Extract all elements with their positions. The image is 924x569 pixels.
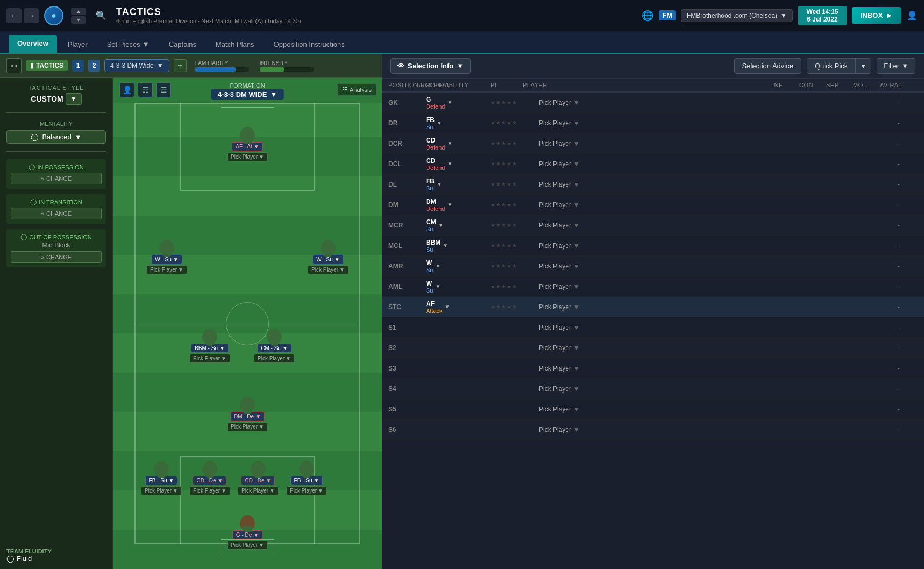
club-name: FMBrotherhood .com (Chelsea) — [687, 12, 777, 19]
pick-player-mcr-button[interactable]: Pick Player ▼ — [254, 354, 295, 363]
chevron-down-icon: ▼ — [335, 257, 340, 262]
pick-player-amr-button[interactable]: Pick Player ▼ — [308, 265, 349, 274]
forward-button[interactable]: → — [24, 8, 39, 23]
tactical-style-dropdown[interactable]: ▼ — [66, 93, 82, 105]
pick-dropdown-s3[interactable]: ▼ — [573, 365, 580, 372]
page-title: TACTICS — [116, 6, 301, 18]
back-button[interactable]: ← — [6, 8, 22, 23]
out-of-possession-change-button[interactable]: » CHANGE — [11, 251, 102, 263]
pick-player-dr-button[interactable]: Pick Player ▼ — [286, 486, 327, 495]
tab-set-pieces[interactable]: Set Pieces ▼ — [98, 36, 158, 53]
role-dropdown-gk[interactable]: ▼ — [447, 99, 452, 105]
pitch: 👤 ☶ ☰ FORMATION 4-3-3 DM WIDE ▼ ☷ Analys… — [113, 78, 382, 569]
collapse-button[interactable]: «« — [6, 58, 22, 73]
pick-cell-amr: Pick Player ▼ — [539, 262, 772, 270]
tab-overview[interactable]: Overview — [9, 35, 57, 53]
pick-dropdown-dr[interactable]: ▼ — [573, 119, 580, 127]
circle-icon: ◯ — [29, 163, 35, 170]
pick-dropdown-mcl[interactable]: ▼ — [573, 242, 580, 250]
pick-dropdown-dm[interactable]: ▼ — [573, 201, 580, 209]
pick-cell-s1: Pick Player ▼ — [539, 324, 772, 331]
pick-dropdown-mcr[interactable]: ▼ — [573, 222, 580, 229]
pick-cell-gk: Pick Player ▼ — [539, 99, 772, 106]
role-dropdown-mcr[interactable]: ▼ — [438, 222, 444, 228]
filter-button[interactable]: Filter ▼ — [877, 59, 915, 73]
pick-dropdown-amr[interactable]: ▼ — [573, 262, 580, 270]
table-row-dcr: DCR CD Defend ▼ ★★★★★ Pick Player ▼ — [382, 133, 924, 154]
pick-dropdown-s2[interactable]: ▼ — [573, 344, 580, 352]
player-figure-icon — [240, 127, 255, 142]
role-dropdown-dm[interactable]: ▼ — [447, 202, 452, 208]
pick-dropdown-aml[interactable]: ▼ — [573, 283, 580, 290]
player-token-dcr: CD - De ▼ Pick Player ▼ — [238, 461, 279, 495]
down-button[interactable]: ▼ — [71, 16, 86, 24]
role-dropdown-aml[interactable]: ▼ — [435, 283, 440, 289]
role-dropdown-dcl[interactable]: ▼ — [447, 161, 452, 167]
familiarity-block: FAMILIARITY — [195, 60, 249, 72]
quick-pick-button[interactable]: Quick Pick — [807, 59, 855, 73]
pick-dropdown-gk[interactable]: ▼ — [573, 99, 580, 106]
search-button[interactable]: 🔍 — [96, 10, 106, 20]
formation-value-selector[interactable]: 4-3-3 DM WIDE ▼ — [211, 89, 284, 100]
table-row-mcr: MCR CM Su ▼ ★★★★★ Pick Player ▼ - — [382, 215, 924, 236]
role-dropdown-dl[interactable]: ▼ — [437, 181, 442, 187]
role-dropdown-dcr[interactable]: ▼ — [447, 140, 452, 146]
inbox-button[interactable]: INBOX ► — [852, 7, 901, 24]
formation-label: FORMATION — [211, 82, 284, 89]
pick-player-gk-button[interactable]: Pick Player ▼ — [227, 540, 268, 550]
tab-opposition-instructions[interactable]: Opposition Instructions — [265, 36, 353, 53]
tab-player[interactable]: Player — [59, 36, 96, 53]
tactic-1-button[interactable]: 1 — [72, 60, 84, 72]
app-logo: ● — [44, 6, 63, 25]
selection-info-button[interactable]: 👁 Selection Info ▼ — [390, 58, 471, 74]
pick-player-mcl-button[interactable]: Pick Player ▼ — [189, 354, 230, 363]
selection-advice-button[interactable]: Selection Advice — [734, 58, 801, 74]
pick-dropdown-s5[interactable]: ▼ — [573, 406, 580, 413]
intensity-block: INTENSITY — [260, 60, 314, 72]
in-transition-section: ◯ IN TRANSITION » CHANGE — [6, 194, 106, 224]
formation-selector[interactable]: 4-3-3 DM Wide ▼ — [104, 59, 169, 72]
pick-cell-dm: Pick Player ▼ — [539, 201, 772, 209]
role-dropdown-stc[interactable]: ▼ — [445, 304, 450, 310]
player-view-button[interactable]: 👤 — [119, 82, 134, 97]
circle-icon: ◯ — [30, 198, 37, 205]
pitch-icons-row: 👤 ☶ ☰ — [119, 82, 171, 97]
instructions-view-button[interactable]: ☰ — [156, 82, 171, 97]
pick-dropdown-stc[interactable]: ▼ — [573, 303, 580, 311]
player-figure-icon — [251, 461, 266, 476]
date-line2: 6 Jul 2022 — [805, 16, 840, 23]
role-dropdown-dr[interactable]: ▼ — [437, 120, 442, 126]
club-selector[interactable]: FMBrotherhood .com (Chelsea) ▼ — [681, 9, 793, 22]
pick-cell-dcr: Pick Player ▼ — [539, 140, 772, 147]
pick-player-dcl-button[interactable]: Pick Player ▼ — [189, 486, 230, 495]
pick-dropdown-s1[interactable]: ▼ — [573, 324, 580, 331]
role-dropdown-amr[interactable]: ▼ — [435, 263, 440, 269]
pick-player-dcr-button[interactable]: Pick Player ▼ — [238, 486, 279, 495]
pick-dropdown-dcr[interactable]: ▼ — [573, 140, 580, 147]
selection-info-label: Selection Info — [408, 62, 453, 70]
pick-player-stc-button[interactable]: Pick Player ▼ — [227, 152, 268, 161]
pick-player-aml-button[interactable]: Pick Player ▼ — [146, 265, 187, 274]
in-transition-change-button[interactable]: » CHANGE — [11, 208, 102, 219]
role-dropdown-mcl[interactable]: ▼ — [443, 243, 448, 248]
add-tactic-button[interactable]: + — [174, 59, 187, 72]
col-role-ability: ROLE ABILITY — [426, 82, 491, 88]
pick-player-dm-button[interactable]: Pick Player ▼ — [227, 422, 268, 431]
quick-pick-dropdown-button[interactable]: ▼ — [856, 59, 871, 73]
up-button[interactable]: ▲ — [71, 8, 86, 15]
mentality-selector[interactable]: ◯ Balanced ▼ — [6, 130, 106, 144]
tab-match-plans[interactable]: Match Plans — [207, 36, 263, 53]
player-token-dr: FB - Su ▼ Pick Player ▼ — [286, 461, 327, 495]
tactic-2-button[interactable]: 2 — [88, 60, 100, 72]
analysis-button[interactable]: ☷ Analysis — [337, 83, 376, 96]
pick-dropdown-s6[interactable]: ▼ — [573, 426, 580, 433]
date-block: Wed 14:15 6 Jul 2022 — [798, 6, 847, 25]
formation-display: 4-3-3 DM WIDE — [218, 90, 267, 98]
pick-dropdown-s4[interactable]: ▼ — [573, 385, 580, 393]
pick-dropdown-dl[interactable]: ▼ — [573, 181, 580, 188]
pick-dropdown-dcl[interactable]: ▼ — [573, 160, 580, 168]
tab-captains[interactable]: Captains — [160, 36, 205, 53]
in-possession-change-button[interactable]: » CHANGE — [11, 173, 102, 184]
stats-view-button[interactable]: ☶ — [138, 82, 153, 97]
pick-player-dl-button[interactable]: Pick Player ▼ — [141, 486, 182, 495]
